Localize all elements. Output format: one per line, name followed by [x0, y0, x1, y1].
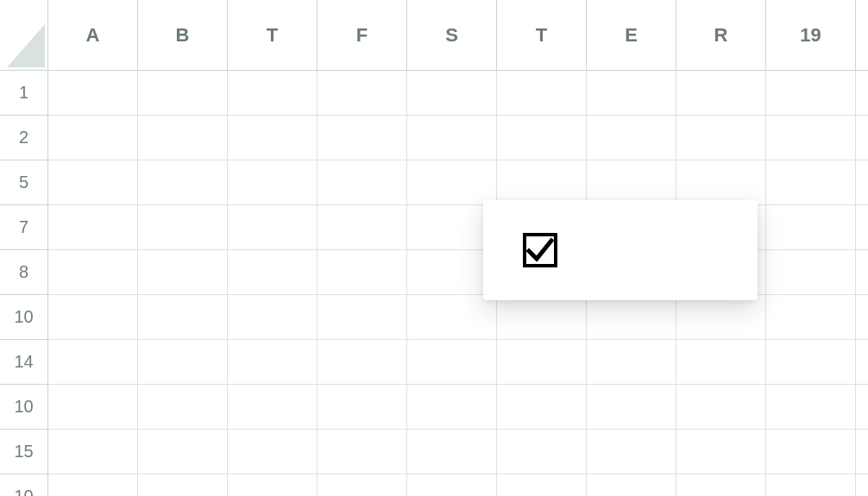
cell[interactable]	[138, 250, 228, 295]
cell[interactable]	[766, 71, 856, 116]
cell[interactable]	[48, 430, 138, 474]
cell[interactable]	[228, 205, 318, 250]
cell[interactable]	[497, 71, 587, 116]
cell[interactable]	[48, 205, 138, 250]
cell[interactable]	[407, 474, 497, 496]
cell[interactable]	[48, 160, 138, 205]
cell[interactable]	[497, 430, 587, 474]
cell[interactable]	[676, 160, 766, 205]
cell[interactable]	[228, 160, 318, 205]
cell[interactable]	[587, 430, 676, 474]
column-header[interactable]: 19	[766, 0, 856, 70]
cell[interactable]	[766, 160, 856, 205]
cell[interactable]	[676, 430, 766, 474]
cell[interactable]	[587, 160, 676, 205]
cell[interactable]	[497, 116, 587, 160]
cell[interactable]	[228, 295, 318, 340]
cell[interactable]	[228, 71, 318, 116]
cell[interactable]	[856, 205, 868, 250]
cell[interactable]	[318, 160, 407, 205]
cell[interactable]	[766, 205, 856, 250]
row-header[interactable]: 15	[0, 430, 47, 474]
cell[interactable]	[138, 430, 228, 474]
floating-popup[interactable]	[483, 200, 758, 300]
checkbox-checked[interactable]	[523, 233, 557, 267]
column-header[interactable]	[856, 0, 868, 70]
cell[interactable]	[766, 340, 856, 385]
cell[interactable]	[228, 430, 318, 474]
cell[interactable]	[48, 295, 138, 340]
select-all-corner[interactable]	[0, 0, 48, 71]
cell[interactable]	[856, 116, 868, 160]
cell[interactable]	[856, 474, 868, 496]
cell[interactable]	[407, 385, 497, 430]
cell[interactable]	[407, 340, 497, 385]
cell[interactable]	[766, 250, 856, 295]
cell[interactable]	[587, 340, 676, 385]
cell[interactable]	[318, 116, 407, 160]
cell[interactable]	[676, 474, 766, 496]
cell[interactable]	[138, 160, 228, 205]
cell[interactable]	[48, 116, 138, 160]
cell[interactable]	[856, 430, 868, 474]
cell[interactable]	[676, 71, 766, 116]
row-header[interactable]: 14	[0, 340, 47, 385]
cell[interactable]	[676, 116, 766, 160]
cell[interactable]	[587, 295, 676, 340]
cell[interactable]	[138, 116, 228, 160]
cell[interactable]	[318, 474, 407, 496]
cell[interactable]	[856, 250, 868, 295]
column-header[interactable]: S	[407, 0, 497, 70]
cell[interactable]	[228, 116, 318, 160]
cell[interactable]	[407, 116, 497, 160]
cell[interactable]	[766, 116, 856, 160]
cell[interactable]	[766, 385, 856, 430]
cell[interactable]	[766, 474, 856, 496]
cell[interactable]	[48, 71, 138, 116]
cell[interactable]	[497, 474, 587, 496]
cell[interactable]	[497, 160, 587, 205]
cell[interactable]	[856, 340, 868, 385]
cell[interactable]	[497, 340, 587, 385]
cell[interactable]	[766, 295, 856, 340]
cell[interactable]	[48, 385, 138, 430]
cell[interactable]	[318, 385, 407, 430]
row-header[interactable]: 10	[0, 474, 47, 496]
cell[interactable]	[856, 385, 868, 430]
cell[interactable]	[587, 116, 676, 160]
column-header[interactable]: A	[48, 0, 138, 70]
cell[interactable]	[318, 430, 407, 474]
cell[interactable]	[497, 295, 587, 340]
cell[interactable]	[407, 160, 497, 205]
row-header[interactable]: 10	[0, 295, 47, 340]
cell[interactable]	[48, 474, 138, 496]
cell[interactable]	[407, 295, 497, 340]
cell[interactable]	[138, 340, 228, 385]
column-header[interactable]: R	[676, 0, 766, 70]
cell[interactable]	[138, 385, 228, 430]
cell[interactable]	[856, 295, 868, 340]
cell[interactable]	[676, 385, 766, 430]
cell[interactable]	[228, 385, 318, 430]
cell[interactable]	[587, 474, 676, 496]
row-header[interactable]: 1	[0, 71, 47, 116]
column-header[interactable]: B	[138, 0, 228, 70]
cell[interactable]	[676, 340, 766, 385]
cell[interactable]	[407, 71, 497, 116]
cell[interactable]	[228, 340, 318, 385]
cell[interactable]	[407, 430, 497, 474]
cell[interactable]	[587, 71, 676, 116]
row-header[interactable]: 10	[0, 385, 47, 430]
cell[interactable]	[138, 205, 228, 250]
cell[interactable]	[228, 474, 318, 496]
column-header[interactable]: F	[318, 0, 407, 70]
cell[interactable]	[587, 385, 676, 430]
row-header[interactable]: 2	[0, 116, 47, 160]
row-header[interactable]: 7	[0, 205, 47, 250]
cell[interactable]	[318, 295, 407, 340]
cell[interactable]	[138, 295, 228, 340]
cell[interactable]	[138, 474, 228, 496]
cell[interactable]	[766, 430, 856, 474]
cell[interactable]	[228, 250, 318, 295]
cell[interactable]	[318, 340, 407, 385]
